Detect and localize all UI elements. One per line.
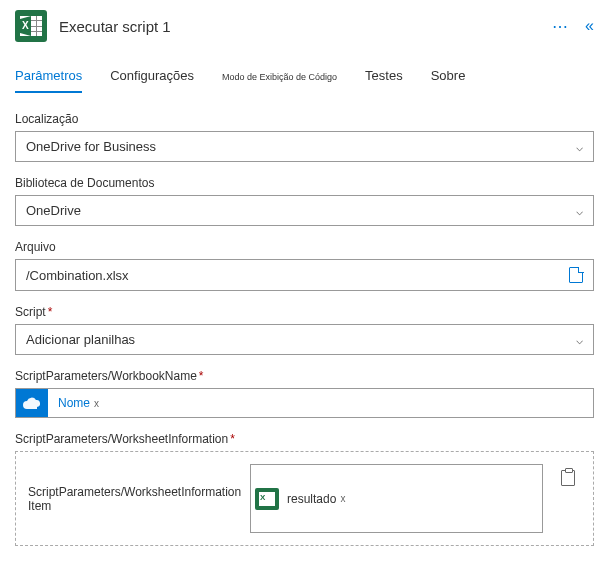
array-mode-toggle-icon[interactable] [561, 470, 575, 486]
script-select[interactable]: Adicionar planilhas ⌵ [15, 324, 594, 355]
biblioteca-select[interactable]: OneDrive ⌵ [15, 195, 594, 226]
worksheet-item-input[interactable]: resultado x [250, 464, 543, 533]
workbook-name-label: ScriptParameters/WorkbookName* [15, 369, 594, 383]
arquivo-value: /Combination.xlsx [26, 268, 129, 283]
workbook-name-chip[interactable]: Nome x [48, 389, 109, 417]
tab-sobre[interactable]: Sobre [431, 60, 466, 93]
chip-remove-icon[interactable]: x [94, 398, 99, 409]
localizacao-label: Localização [15, 112, 594, 126]
file-picker-icon[interactable] [569, 267, 583, 283]
script-value: Adicionar planilhas [26, 332, 135, 347]
collapse-button[interactable]: « [585, 17, 594, 35]
localizacao-value: OneDrive for Business [26, 139, 156, 154]
arquivo-label: Arquivo [15, 240, 594, 254]
excel-icon [255, 488, 279, 510]
panel-header: X Executar script 1 ⋯ « [0, 0, 609, 52]
chip-remove-icon[interactable]: x [340, 493, 345, 504]
workbook-name-input[interactable]: Nome x [15, 388, 594, 418]
more-options-button[interactable]: ⋯ [552, 17, 569, 36]
tab-parametros[interactable]: Parâmetros [15, 60, 82, 93]
worksheet-item-label: ScriptParameters/WorksheetInformation It… [28, 464, 238, 533]
worksheet-chip[interactable]: resultado x [287, 492, 345, 506]
excel-icon: X [15, 10, 47, 42]
worksheet-info-array: ScriptParameters/WorksheetInformation It… [15, 451, 594, 546]
localizacao-select[interactable]: OneDrive for Business ⌵ [15, 131, 594, 162]
worksheet-info-label: ScriptParameters/WorksheetInformation* [15, 432, 594, 446]
panel-title: Executar script 1 [59, 18, 540, 35]
tab-testes[interactable]: Testes [365, 60, 403, 93]
onedrive-icon [16, 389, 48, 417]
chevron-down-icon: ⌵ [576, 140, 583, 154]
form-content: Localização OneDrive for Business ⌵ Bibl… [0, 94, 609, 546]
tab-bar: Parâmetros Configurações Modo de Exibiçã… [0, 60, 609, 94]
chevron-down-icon: ⌵ [576, 333, 583, 347]
arquivo-input[interactable]: /Combination.xlsx [15, 259, 594, 291]
biblioteca-value: OneDrive [26, 203, 81, 218]
tab-code-view[interactable]: Modo de Exibição de Código [222, 60, 337, 93]
chevron-down-icon: ⌵ [576, 204, 583, 218]
tab-configuracoes[interactable]: Configurações [110, 60, 194, 93]
biblioteca-label: Biblioteca de Documentos [15, 176, 594, 190]
script-label: Script* [15, 305, 594, 319]
